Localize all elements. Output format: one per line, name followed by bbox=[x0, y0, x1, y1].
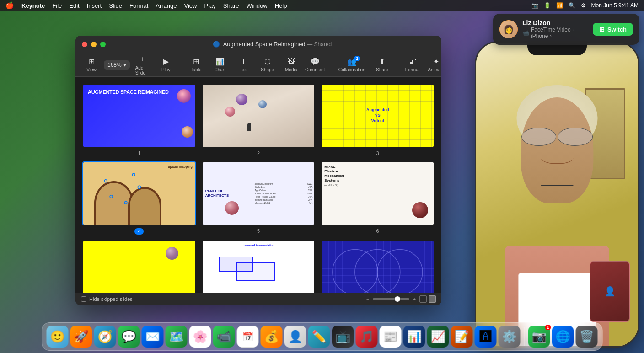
slide-thumb-3[interactable]: AugmentedVSVirtual bbox=[321, 84, 435, 148]
dock-music[interactable]: 🎵 bbox=[356, 326, 378, 348]
slide-thumb-2[interactable] bbox=[202, 84, 316, 148]
add-slide-icon: ＋ bbox=[139, 54, 146, 64]
dock-network[interactable]: 🌐 bbox=[552, 326, 574, 348]
menu-play[interactable]: Play bbox=[204, 2, 215, 9]
comment-button[interactable]: 💬 Comment bbox=[304, 55, 327, 74]
window-close-button[interactable] bbox=[82, 42, 87, 47]
dock-mail[interactable]: ✉️ bbox=[142, 326, 164, 348]
dock-messages[interactable]: 💬 bbox=[118, 326, 140, 348]
shape-icon: ⬡ bbox=[264, 57, 271, 66]
animate-button[interactable]: ✦ Animate bbox=[425, 55, 441, 74]
slide-thumb-7[interactable]: AUGO bbox=[82, 240, 196, 293]
slide6-subtitle: (or M.E.M.S.) bbox=[324, 184, 386, 187]
view-list-button[interactable] bbox=[429, 295, 436, 303]
slide-thumb-9[interactable]: PHYSICAL AUGMENTED VIRTUAL bbox=[321, 240, 435, 293]
dock-news[interactable]: 📰 bbox=[380, 326, 402, 348]
menu-slide[interactable]: Slide bbox=[109, 2, 122, 9]
dock-calendar[interactable]: 📅 bbox=[237, 326, 259, 348]
slider-track[interactable] bbox=[373, 298, 409, 300]
slide-number-5: 5 bbox=[257, 228, 260, 234]
hide-skipped-checkbox[interactable] bbox=[81, 296, 86, 302]
slide-wrapper-7[interactable]: AUGO 7 bbox=[82, 240, 196, 293]
dock-maps[interactable]: 🗺️ bbox=[166, 326, 188, 348]
tv-icon: 📺 bbox=[336, 330, 350, 344]
photos-icon: 🌸 bbox=[193, 330, 208, 344]
comment-label: Comment bbox=[305, 67, 325, 72]
share-button[interactable]: ⬆ Share bbox=[371, 55, 394, 74]
collaboration-button[interactable]: 👥 2 Collaboration bbox=[334, 56, 370, 74]
menu-share[interactable]: Share bbox=[223, 2, 239, 9]
slide-wrapper-5[interactable]: PANEL OFARCHITECTS Jocelyn EngstromSWE S… bbox=[202, 161, 316, 235]
slide2-sphere2 bbox=[258, 100, 267, 108]
slide-thumb-4[interactable]: Spatial Mapping bbox=[82, 161, 196, 225]
dock-launchpad[interactable]: 🚀 bbox=[70, 326, 92, 348]
dock-separator bbox=[524, 327, 525, 346]
slider-thumb[interactable] bbox=[395, 296, 400, 302]
dock-facetime2[interactable]: 📷 1 bbox=[528, 326, 550, 348]
slide-thumb-1[interactable]: AUGMENTED SPACE REIMAGINED bbox=[82, 84, 196, 148]
chart-button[interactable]: 📊 Chart bbox=[209, 55, 231, 74]
format-button[interactable]: 🖌 Format bbox=[401, 56, 424, 74]
dock-systemprefs[interactable]: ⚙️ bbox=[499, 326, 521, 348]
dock-appstore[interactable]: 🅰 bbox=[475, 326, 497, 348]
menu-arrange[interactable]: Arrange bbox=[156, 2, 177, 9]
wallet-icon: 💰 bbox=[264, 330, 279, 344]
messages-icon: 💬 bbox=[122, 330, 136, 344]
slide-wrapper-4[interactable]: Spatial Mapping 4 bbox=[82, 161, 196, 235]
menu-edit[interactable]: Edit bbox=[69, 2, 79, 9]
dock-facetime[interactable]: 📹 bbox=[213, 326, 235, 348]
dock-safari[interactable]: 🧭 bbox=[94, 326, 116, 348]
dock-trash[interactable]: 🗑️ bbox=[576, 326, 598, 348]
media-button[interactable]: 🖼 Media bbox=[280, 56, 303, 74]
zoom-slider[interactable]: − + bbox=[366, 295, 436, 303]
slide-wrapper-2[interactable]: 2 bbox=[202, 84, 316, 156]
view-button[interactable]: ⊞ View bbox=[80, 55, 103, 74]
dock-freeform[interactable]: ✏️ bbox=[308, 326, 330, 348]
slide-wrapper-6[interactable]: Micro-Electro-MechanicalSystems (or M.E.… bbox=[321, 161, 435, 235]
slide-thumb-6[interactable]: Micro-Electro-MechanicalSystems (or M.E.… bbox=[321, 161, 435, 225]
table-button[interactable]: ⊞ Table bbox=[185, 55, 208, 74]
menu-insert[interactable]: Insert bbox=[87, 2, 102, 9]
slide-wrapper-1[interactable]: AUGMENTED SPACE REIMAGINED 1 bbox=[82, 84, 196, 156]
menu-window[interactable]: Window bbox=[246, 2, 267, 9]
dock-contacts[interactable]: 👤 bbox=[284, 326, 306, 348]
dock-photos[interactable]: 🌸 bbox=[189, 326, 211, 348]
menu-file[interactable]: File bbox=[52, 2, 62, 9]
table-label: Table bbox=[191, 67, 202, 72]
text-button[interactable]: T Text bbox=[232, 56, 255, 74]
play-button[interactable]: ▶ Play bbox=[155, 55, 177, 74]
dock-keynote[interactable]: 📊 bbox=[403, 326, 425, 348]
slide2-bg bbox=[203, 85, 315, 147]
dock-tv[interactable]: 📺 bbox=[332, 326, 354, 348]
window-maximize-button[interactable] bbox=[100, 42, 106, 47]
dock-pages[interactable]: 📝 bbox=[451, 326, 473, 348]
window-minimize-button[interactable] bbox=[91, 42, 97, 47]
search-icon[interactable]: 🔍 bbox=[569, 2, 575, 9]
dock-numbers[interactable]: 📈 bbox=[427, 326, 449, 348]
add-slide-button[interactable]: ＋ Add Slide bbox=[131, 53, 154, 77]
play-label: Play bbox=[161, 67, 170, 72]
slide-wrapper-3[interactable]: AugmentedVSVirtual 3 bbox=[321, 84, 435, 156]
menu-view[interactable]: View bbox=[184, 2, 197, 9]
menu-help[interactable]: Help bbox=[275, 2, 287, 9]
menubar-right: 📷 🔋 📶 🔍 ⚙ Mon Jun 5 9:41 AM bbox=[531, 2, 639, 9]
slide-wrapper-9[interactable]: PHYSICAL AUGMENTED VIRTUAL 9 bbox=[321, 240, 435, 293]
menu-format[interactable]: Format bbox=[129, 2, 148, 9]
slide-thumb-5[interactable]: PANEL OFARCHITECTS Jocelyn EngstromSWE S… bbox=[202, 161, 316, 225]
camera-icon: 📷 bbox=[531, 2, 538, 9]
phone-screen: 👤 bbox=[476, 43, 638, 346]
slide-thumb-8[interactable]: Layers of Augmentation bbox=[202, 240, 316, 293]
dock-wallet[interactable]: 💰 bbox=[261, 326, 283, 348]
app-menu-keynote[interactable]: Keynote bbox=[21, 2, 45, 9]
shape-button[interactable]: ⬡ Shape bbox=[256, 55, 279, 74]
slide5-row3: Aga OrłovaCZE bbox=[255, 189, 313, 192]
dock-finder[interactable]: 🙂 bbox=[47, 326, 69, 348]
view-grid-button[interactable] bbox=[419, 295, 427, 303]
slides-grid[interactable]: AUGMENTED SPACE REIMAGINED 1 bbox=[75, 77, 441, 293]
control-center-icon[interactable]: ⚙ bbox=[581, 2, 586, 9]
switch-button[interactable]: ⊞ Switch bbox=[593, 23, 633, 36]
phone-frame: 👤 bbox=[475, 41, 639, 348]
slide-wrapper-8[interactable]: Layers of Augmentation 8 bbox=[202, 240, 316, 293]
apple-menu[interactable]: 🍎 bbox=[5, 1, 14, 10]
zoom-control[interactable]: 168% ▾ bbox=[104, 60, 130, 70]
